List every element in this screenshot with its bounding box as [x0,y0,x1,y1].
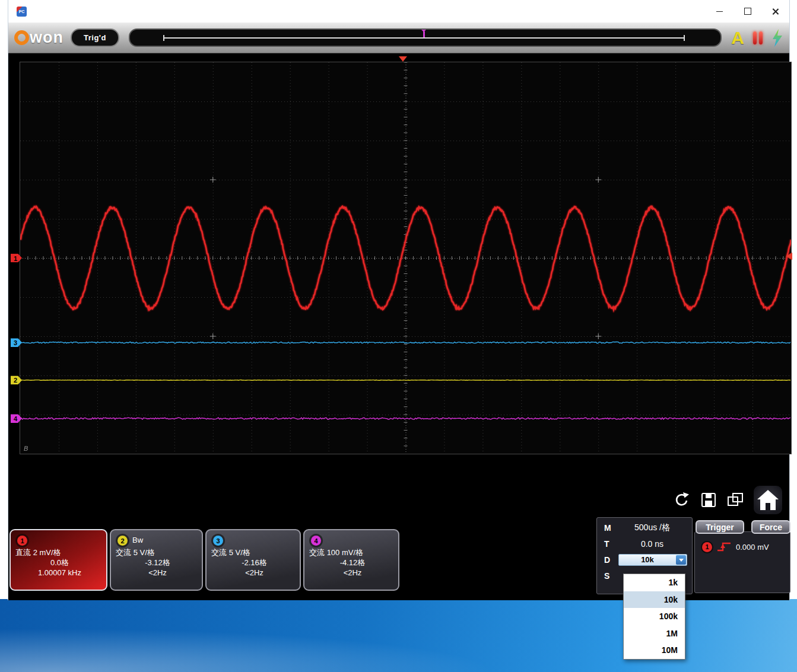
timebase-m-value[interactable]: 500us /格 [617,523,687,533]
force-button[interactable]: Force [751,520,790,534]
channel-1-position: 0.0格 [15,558,104,568]
trigger-status-badge: Trig'd [71,28,119,47]
owon-logo: won [14,28,63,47]
trigger-position-arrow[interactable] [399,56,407,62]
depth-option-1M[interactable]: 1M [624,625,685,642]
channel-2-badge: 2 [118,536,128,546]
channel-3-badge: 3 [213,536,223,546]
minimize-icon [716,11,723,12]
titlebar: PC [8,0,789,23]
header-indicators: A [731,29,783,47]
trigger-source-badge: 1 [702,542,712,552]
oscilloscope-window: PC won Trig'd A [8,0,790,600]
channel-4-frequency: <2Hz [309,568,396,578]
depth-select[interactable]: 10k [618,554,687,566]
channel-2-frequency: <2Hz [116,568,199,578]
timebase-row-d: D 10k [597,552,692,568]
home-icon [756,489,780,511]
depth-dropdown-popup: 1k 10k 100k 1M 10M [623,574,685,660]
export-icon[interactable] [726,492,744,508]
minimize-button[interactable] [706,0,734,23]
channel-1-frequency: 1.00007 kHz [15,568,104,578]
trigger-menu-button[interactable]: Trigger [696,520,744,534]
desktop: PC won Trig'd A [0,0,797,672]
maximize-button[interactable] [734,0,761,23]
channel-2-scale: 5 V/格 [134,548,155,557]
channel-4-scale: 100 mV/格 [327,548,363,557]
channel-4-box[interactable]: 4 交流 100 mV/格 -4.12格 <2Hz [303,529,399,591]
save-icon[interactable] [700,492,717,508]
channel-2-position: -3.12格 [116,558,199,568]
refresh-icon[interactable] [673,491,691,509]
app-icon: PC [17,7,27,17]
depth-option-10k[interactable]: 10k [624,591,685,609]
acquire-mode-indicator: A [731,29,744,47]
trigger-position-marker[interactable] [423,31,425,37]
graticule-corner-glyph: B [24,445,28,452]
channel-1-box[interactable]: 1 直流 2 mV/格 0.0格 1.00007 kHz [9,529,107,591]
channel-2-coupling: 交流 [116,548,131,557]
scope-header: won Trig'd A [8,23,789,53]
trigger-level-value: 0.000 mV [736,543,769,552]
quick-toolbar [673,484,782,516]
rising-edge-icon [717,542,731,552]
pause-icon[interactable] [752,31,764,44]
channel-1-scale: 2 mV/格 [33,548,61,557]
dropdown-arrow-icon[interactable] [676,555,686,565]
graticule: B 1324 [20,62,792,454]
timebase-s-label: S [604,571,617,581]
home-button[interactable] [754,486,782,514]
maximize-icon [744,8,751,15]
close-button[interactable] [761,0,789,23]
owon-logo-text: won [30,28,63,47]
channel-3-scale: 5 V/格 [229,548,250,557]
timebase-row-t: T 0.0 ns [597,536,692,552]
channel-3-coupling: 交流 [211,548,227,557]
channel-3-position: -2.16格 [211,558,297,568]
depth-option-10M[interactable]: 10M [624,642,685,659]
window-controls [706,0,789,23]
timebase-t-value[interactable]: 0.0 ns [617,539,687,549]
lightning-icon [771,29,783,47]
channel-1-coupling: 直流 [15,548,31,557]
timebase-m-label: M [604,523,617,533]
scope-display-area: B 1324 [8,53,789,600]
timebase-row-m: M 500us /格 [597,520,692,536]
app-icon-label: PC [19,9,25,14]
channel-2-box[interactable]: 2 Bw 交流 5 V/格 -3.12格 <2Hz [110,529,203,591]
channel-4-badge: 4 [311,536,321,546]
channel-status-row: 1 直流 2 mV/格 0.0格 1.00007 kHz 2 Bw 交流 5 V… [9,529,399,591]
channel-1-badge: 1 [17,536,27,546]
waveform-canvas [20,62,791,454]
timebase-d-label: D [604,555,617,565]
channel-3-box[interactable]: 3 交流 5 V/格 -2.16格 <2Hz [205,529,301,591]
close-icon [771,8,779,15]
trigger-panel: 1 0.000 mV [694,531,790,593]
channel-4-coupling: 交流 [309,548,325,557]
timebase-t-label: T [604,539,617,549]
channel-2-bw-label: Bw [132,536,143,544]
depth-option-100k[interactable]: 100k [624,608,685,625]
depth-option-1k[interactable]: 1k [624,574,685,591]
channel-3-frequency: <2Hz [211,568,297,578]
owon-logo-ring [14,30,29,45]
channel-4-position: -4.12格 [309,558,396,568]
depth-select-value[interactable]: 10k [619,555,676,564]
trigger-info-row: 1 0.000 mV [695,532,790,552]
trigger-position-bar[interactable] [129,28,722,47]
